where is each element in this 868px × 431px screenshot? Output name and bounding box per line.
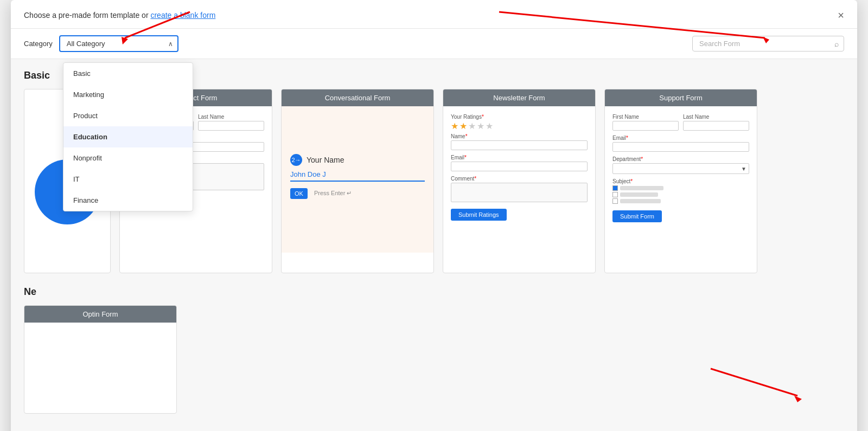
form-card-optin-header: Optin Form [24,306,176,323]
category-select-wrapper[interactable]: All Category [59,35,178,52]
conv-question: Your Name [307,156,344,164]
category-select[interactable]: All Category [59,35,178,52]
conv-enter-hint: Press Enter ↵ [314,190,352,197]
conv-step-badge: 2→ [290,154,302,166]
dropdown-item-education[interactable]: Education [63,126,193,147]
search-input-wrapper: ⌕ [692,36,844,52]
conv-answer: John Doe J [290,170,425,182]
modal-container: Choose a pre-made form template or creat… [11,0,857,431]
newsletter-submit-button[interactable]: Submit Ratings [451,209,507,221]
dropdown-item-basic[interactable]: Basic [63,63,193,84]
conv-ok-button[interactable]: OK [290,188,308,199]
category-dropdown: Basic Marketing Product Education Nonpro… [63,62,193,211]
search-icon: ⌕ [834,40,839,48]
dropdown-item-product[interactable]: Product [63,105,193,126]
support-submit-button[interactable]: Submit Form [612,210,662,222]
category-label: Category [24,40,53,48]
form-card-conversational-body: 2→ Your Name John Doe J OK Press Enter ↵ [282,106,433,253]
form-card-support[interactable]: Support Form First Name Last Name Em [604,89,757,273]
close-icon[interactable]: × [838,10,844,21]
form-card-newsletter-header: Newsletter Form [443,89,595,106]
search-input[interactable] [692,36,844,52]
form-card-newsletter[interactable]: Newsletter Form Your Ratings* ★ ★ ★ ★ ★ … [443,89,596,273]
dropdown-item-finance[interactable]: Finance [63,190,193,211]
forms-grid-new: Optin Form [24,305,844,414]
form-card-support-header: Support Form [605,89,757,106]
form-card-newsletter-body: Your Ratings* ★ ★ ★ ★ ★ Name* Email* [443,106,595,253]
modal-toolbar: Category All Category ⌕ [11,29,857,59]
form-card-conversational[interactable]: Conversational Form 2→ Your Name John Do… [281,89,434,273]
section-title-new: Ne [24,286,844,298]
form-card-conversational-header: Conversational Form [282,89,433,106]
form-card-support-body: First Name Last Name Email* Departme [605,106,757,253]
create-blank-link[interactable]: create a blank form [150,11,215,20]
dropdown-item-marketing[interactable]: Marketing [63,84,193,105]
star-rating: ★ ★ ★ ★ ★ [451,121,588,131]
form-card-optin[interactable]: Optin Form [24,305,177,414]
dropdown-item-nonprofit[interactable]: Nonprofit [63,147,193,169]
dropdown-item-it[interactable]: IT [63,169,193,190]
modal-header: Choose a pre-made form template or creat… [11,0,857,29]
modal-title: Choose a pre-made form template or creat… [24,11,215,20]
conv-step-row: 2→ Your Name John Doe J OK Press Enter ↵ [290,154,425,199]
form-card-optin-body [24,323,176,398]
